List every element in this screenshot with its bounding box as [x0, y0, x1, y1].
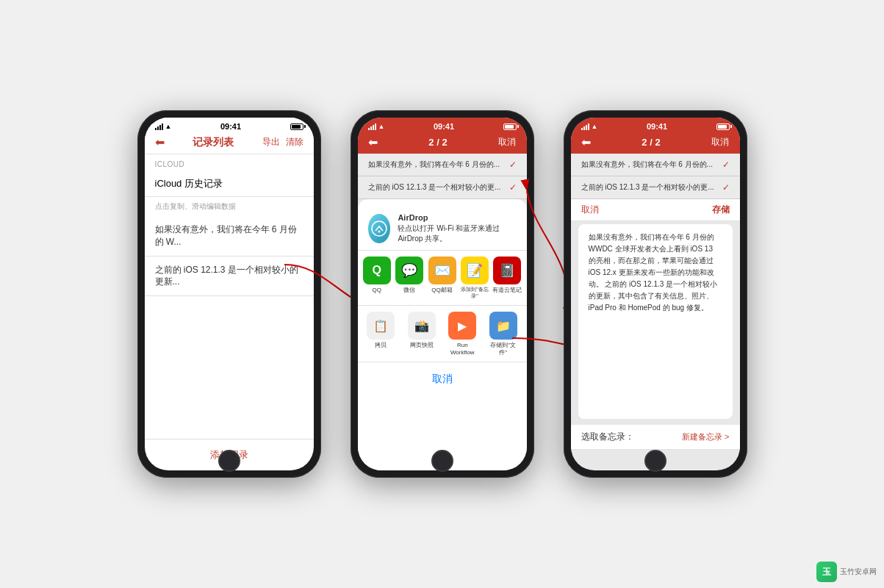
status-battery-3 — [716, 123, 730, 130]
wifi-icon-3: ▲ — [592, 123, 598, 130]
check-3: ✓ — [722, 159, 730, 170]
nav-bar-1: ⬅ 记录列表 导出 清除 — [145, 132, 314, 154]
cancel-btn-2[interactable]: 取消 — [498, 136, 516, 148]
watermark: 玉 玉竹安卓网 — [816, 562, 877, 582]
back-icon-1: ⬅ — [155, 135, 165, 149]
phone-3: ▲ 09:41 ⬅ 2 / 2 取消 如果没有 — [564, 110, 747, 478]
note-editor-panel: 取消 存储 如果没有意外，我们将在今年 6 月份的 WWDC 全球开发者大会上看… — [571, 199, 740, 449]
share-cancel-btn[interactable]: 取消 — [365, 367, 520, 392]
phone2-content: 如果没有意外，我们将在今年 6 月份的... ✓ 之前的 iOS 12.1.3 … — [358, 154, 527, 470]
watermark-label: 玉竹安卓网 — [840, 567, 877, 577]
new-note-btn[interactable]: 新建备忘录 > — [682, 431, 729, 442]
select-note-row: 选取备忘录： 新建备忘录 > — [571, 425, 740, 449]
nav-bar-2: ⬅ 2 / 2 取消 — [358, 132, 527, 154]
nav-title-3: 2 / 2 — [642, 137, 660, 148]
nav-title-2: 2 / 2 — [428, 137, 447, 148]
cancel-btn-3[interactable]: 取消 — [711, 136, 729, 148]
hint-text-1: 点击复制、滑动编辑数据 — [145, 197, 314, 216]
clear-btn-1[interactable]: 清除 — [286, 136, 303, 148]
status-time-3: 09:41 — [647, 122, 667, 131]
battery-icon-2 — [503, 123, 517, 130]
qq-icon: Q — [363, 257, 391, 284]
airdrop-icon — [368, 214, 391, 243]
qqmail-icon: ✉️ — [428, 257, 456, 284]
nav-bar-3: ⬅ 2 / 2 取消 — [571, 132, 740, 154]
status-signal-2: ▲ — [368, 123, 385, 130]
shared-items-3: 如果没有意外，我们将在今年 6 月份的... ✓ 之前的 iOS 12.1.3 … — [571, 154, 740, 199]
note-action-bar: 取消 存储 — [571, 199, 740, 221]
status-bar-1: ▲ 09:41 — [145, 118, 314, 132]
shared-item-2-1: 如果没有意外，我们将在今年 6 月份的... ✓ — [358, 154, 527, 176]
app-youdao[interactable]: 📓 有道云笔记 — [492, 257, 522, 299]
back-icon-3: ⬅ — [581, 136, 591, 148]
battery-icon-3 — [716, 123, 730, 130]
nav-back-area[interactable]: ⬅ — [155, 135, 165, 149]
nav-back-2[interactable]: ⬅ — [368, 135, 378, 149]
home-btn-1[interactable] — [218, 450, 240, 472]
status-time-1: 09:41 — [220, 122, 241, 131]
wifi-icon: ▲ — [165, 123, 172, 130]
home-btn-3[interactable] — [644, 450, 666, 472]
status-time-2: 09:41 — [434, 122, 454, 131]
battery-icon — [290, 123, 303, 130]
status-bar-2: ▲ 09:41 — [358, 118, 527, 132]
note-body[interactable]: 如果没有意外，我们将在今年 6 月份的 WWDC 全球开发者大会上看到 iOS … — [578, 224, 733, 419]
shared-item-3-1: 如果没有意外，我们将在今年 6 月份的... ✓ — [571, 154, 740, 176]
airdrop-row: AirDrop 轻点以打开 Wi-Fi 和蓝牙来通过 AirDrop 共享。 — [358, 207, 527, 251]
home-btn-2[interactable] — [431, 450, 453, 472]
nav-actions-1: 导出 清除 — [262, 136, 303, 148]
watermark-logo: 玉 — [816, 562, 837, 582]
nav-back-3[interactable]: ⬅ — [581, 135, 591, 149]
action-row: 📋 拷贝 📸 网页快照 ▶ Run Workflow 📁 — [358, 306, 527, 362]
check-4: ✓ — [722, 182, 730, 193]
note-save-btn[interactable]: 存储 — [712, 204, 730, 216]
app-wechat[interactable]: 💬 微信 — [395, 257, 424, 299]
shared-item-3-2: 之前的 iOS 12.1.3 是一个相对较小的更... ✓ — [571, 176, 740, 199]
status-signal: ▲ — [155, 123, 172, 130]
phone-2: ▲ 09:41 ⬅ 2 / 2 取消 — [351, 110, 534, 478]
svg-point-1 — [372, 221, 387, 236]
phone-2-screen: ▲ 09:41 ⬅ 2 / 2 取消 — [358, 118, 527, 470]
shared-items-2: 如果没有意外，我们将在今年 6 月份的... ✓ 之前的 iOS 12.1.3 … — [358, 154, 527, 199]
nav-title-1: 记录列表 — [193, 136, 234, 149]
status-bar-3: ▲ 09:41 — [571, 118, 740, 132]
action-workflow[interactable]: ▶ Run Workflow — [446, 312, 478, 356]
action-copy[interactable]: 📋 拷贝 — [364, 312, 397, 356]
status-battery — [290, 123, 303, 130]
phone-3-screen: ▲ 09:41 ⬅ 2 / 2 取消 如果没有 — [571, 118, 740, 470]
back-icon-2: ⬅ — [368, 136, 378, 148]
status-battery-2 — [503, 123, 517, 130]
shared-item-2-2: 之前的 iOS 12.1.3 是一个相对较小的更... ✓ — [358, 176, 527, 199]
note-cancel-btn[interactable]: 取消 — [581, 204, 599, 216]
airdrop-text: AirDrop 轻点以打开 Wi-Fi 和蓝牙来通过 AirDrop 共享。 — [398, 212, 516, 244]
app-notes[interactable]: 📝 添加到"备忘录" — [460, 257, 489, 299]
youdao-icon: 📓 — [493, 257, 521, 284]
signal-icon — [155, 123, 163, 130]
phones-container: ▲ 09:41 ⬅ 记录列表 导出 清除 — [137, 110, 747, 478]
select-label: 选取备忘录： — [581, 431, 634, 443]
check-1: ✓ — [509, 159, 517, 170]
copy-icon: 📋 — [367, 312, 395, 340]
wifi-icon-2: ▲ — [378, 123, 385, 130]
share-sheet: AirDrop 轻点以打开 Wi-Fi 和蓝牙来通过 AirDrop 共享。 Q… — [358, 199, 527, 470]
status-signal-3: ▲ — [581, 123, 598, 130]
signal-icon-3 — [581, 123, 589, 130]
app-qqmail[interactable]: ✉️ QQ邮箱 — [427, 257, 456, 299]
notes-icon: 📝 — [461, 257, 489, 284]
wechat-icon: 💬 — [395, 257, 423, 284]
svg-point-2 — [378, 230, 380, 232]
icloud-item[interactable]: iCloud 历史记录 — [145, 171, 314, 197]
workflow-icon: ▶ — [448, 312, 476, 340]
action-webpage[interactable]: 📸 网页快照 — [406, 312, 438, 356]
section-header-1: ICLOUD — [145, 154, 314, 171]
app-row: Q QQ 💬 微信 ✉️ QQ邮箱 📝 添加 — [358, 251, 527, 306]
signal-icon-2 — [368, 123, 376, 130]
check-2: ✓ — [509, 182, 517, 193]
export-btn-1[interactable]: 导出 — [262, 136, 280, 148]
app-qq[interactable]: Q QQ — [362, 257, 392, 299]
webpage-icon: 📸 — [408, 312, 436, 340]
